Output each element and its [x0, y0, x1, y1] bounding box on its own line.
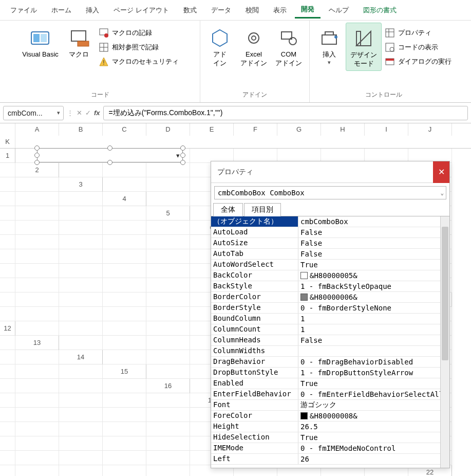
cell[interactable]	[59, 408, 103, 422]
property-value[interactable]: False	[298, 249, 449, 259]
cell[interactable]	[59, 292, 103, 307]
row-header[interactable]: 2	[15, 163, 59, 177]
cancel-icon[interactable]: ✕	[77, 109, 82, 117]
cell[interactable]	[15, 350, 59, 364]
cell[interactable]	[59, 278, 103, 292]
cell[interactable]	[59, 393, 103, 408]
cell[interactable]	[15, 307, 59, 321]
properties-window[interactable]: プロパティ ✕ cmbComboBox ComboBox ⌄ 全体 項目別 （オ…	[211, 161, 450, 468]
resize-handle[interactable]	[180, 160, 185, 165]
cell[interactable]	[0, 422, 15, 436]
menu-insert[interactable]: 挿入	[80, 3, 105, 18]
cell[interactable]	[0, 249, 15, 264]
cell[interactable]	[59, 264, 103, 278]
cell[interactable]	[0, 307, 15, 321]
resize-handle[interactable]	[107, 160, 112, 165]
cell[interactable]	[0, 436, 15, 451]
com-addins-button[interactable]: COM アドイン	[271, 23, 306, 70]
row-header[interactable]: 12	[0, 321, 15, 336]
view-code-button[interactable]: コードの表示	[382, 40, 455, 54]
macro-security-button[interactable]: ! マクロのセキュリティ	[96, 54, 182, 69]
cell[interactable]	[59, 249, 103, 264]
cell[interactable]	[103, 465, 146, 476]
resize-handle[interactable]	[34, 145, 40, 151]
menu-file[interactable]: ファイル	[4, 3, 43, 18]
cell[interactable]	[146, 393, 190, 408]
property-value[interactable]: &H80000005&	[298, 270, 449, 281]
menu-formulas[interactable]: 数式	[177, 3, 203, 18]
property-value[interactable]: False	[298, 335, 449, 345]
cell[interactable]	[0, 379, 15, 393]
cell[interactable]	[0, 192, 15, 206]
property-row[interactable]: Height26.5	[211, 422, 449, 432]
cell[interactable]	[0, 451, 15, 465]
cell[interactable]	[59, 321, 103, 336]
cell[interactable]	[15, 422, 59, 436]
cell[interactable]	[103, 307, 146, 321]
cell[interactable]	[103, 451, 146, 465]
cell[interactable]	[15, 321, 59, 336]
resize-handle[interactable]	[107, 145, 112, 151]
cell[interactable]	[146, 336, 190, 350]
property-value[interactable]: 26	[298, 454, 449, 464]
property-value[interactable]: &H80000008&	[298, 411, 449, 421]
property-row[interactable]: EnabledTrue	[211, 378, 449, 389]
cell[interactable]	[15, 393, 59, 408]
cell[interactable]	[146, 163, 190, 177]
cell[interactable]	[0, 163, 15, 177]
cell[interactable]	[103, 235, 146, 249]
insert-control-button[interactable]: 挿入 ▾	[313, 23, 346, 68]
visual-basic-button[interactable]: Visual Basic	[18, 23, 63, 61]
property-row[interactable]: AutoTabFalse	[211, 249, 449, 260]
row-header[interactable]: 16	[146, 379, 190, 393]
property-row[interactable]: Left26	[211, 454, 449, 465]
fx-icon[interactable]: fx	[94, 109, 100, 117]
property-row[interactable]: （オブジェクト名）cmbComboBox	[211, 216, 449, 227]
chevron-down-icon[interactable]: ▾	[57, 109, 60, 116]
name-box[interactable]: cmbCom... ▾	[3, 106, 64, 120]
cell[interactable]	[0, 465, 15, 476]
cell[interactable]	[0, 264, 15, 278]
cell[interactable]	[15, 451, 59, 465]
property-value[interactable]: 1 - fmDropButtonStyleArrow	[298, 368, 449, 378]
properties-button[interactable]: プロパティ	[382, 26, 455, 40]
cell[interactable]	[103, 163, 146, 177]
cell[interactable]	[103, 336, 146, 350]
cell[interactable]	[103, 264, 146, 278]
property-row[interactable]: ColumnCount1	[211, 324, 449, 335]
cell[interactable]	[15, 206, 59, 221]
cell[interactable]	[146, 249, 190, 264]
property-value[interactable]: True	[298, 260, 449, 270]
cell[interactable]	[146, 350, 190, 364]
cell[interactable]	[146, 235, 190, 249]
property-value[interactable]: 0 - fmBorderStyleNone	[298, 303, 449, 313]
property-row[interactable]: AutoSizeFalse	[211, 238, 449, 249]
property-row[interactable]: BackColor&H80000005&	[211, 270, 449, 281]
cell[interactable]	[59, 364, 103, 379]
tab-alphabetic[interactable]: 全体	[213, 203, 243, 216]
property-value[interactable]: 1 - fmBackStyleOpaque	[298, 281, 449, 291]
cell[interactable]	[15, 177, 59, 192]
property-value[interactable]: False	[298, 227, 449, 237]
cell[interactable]	[146, 221, 190, 235]
property-row[interactable]: EnterFieldBehavior0 - fmEnterFieldBehavi…	[211, 389, 449, 400]
cell[interactable]	[103, 350, 146, 364]
cell[interactable]	[59, 422, 103, 436]
close-button[interactable]: ✕	[433, 161, 449, 183]
cell[interactable]	[59, 451, 103, 465]
cell[interactable]	[0, 221, 15, 235]
property-row[interactable]: HideSelectionTrue	[211, 432, 449, 443]
cell[interactable]	[15, 264, 59, 278]
property-row[interactable]: ColumnHeadsFalse	[211, 335, 449, 346]
design-mode-button[interactable]: デザイン モード	[346, 23, 382, 71]
row-header[interactable]: 1	[0, 149, 15, 163]
cell[interactable]	[103, 292, 146, 307]
cell[interactable]	[59, 379, 103, 393]
property-value[interactable]	[298, 346, 449, 356]
cell[interactable]	[15, 221, 59, 235]
relative-ref-button[interactable]: 相対参照で記録	[96, 40, 182, 54]
cell[interactable]	[0, 278, 15, 292]
property-row[interactable]: BackStyle1 - fmBackStyleOpaque	[211, 281, 449, 292]
cell[interactable]	[0, 292, 15, 307]
cell[interactable]	[146, 422, 190, 436]
